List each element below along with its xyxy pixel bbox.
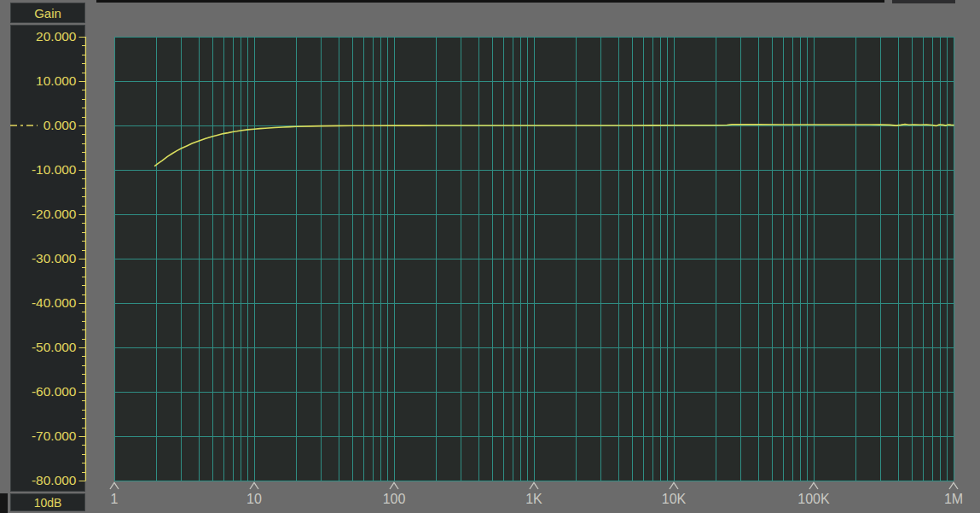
x-axis-label: 100 [383,492,406,506]
db-per-division-box[interactable]: 10dB [10,493,85,511]
y-axis-panel [10,25,85,492]
x-axis-label: 10 [246,492,262,506]
bottom-left-corner-block [0,493,8,513]
gain-panel-title: Gain [34,6,61,20]
x-tick-caret-icon [949,483,958,490]
x-axis-label: 1M [944,492,963,506]
gain-panel-header[interactable]: Gain [10,3,85,23]
gain-chart: 20.00010.0000.000-10.000-20.000-30.000-4… [0,0,980,513]
x-tick-caret-icon [390,483,398,490]
window-edge-bar-dark [96,0,884,3]
x-tick-caret-icon [250,483,258,490]
x-axis-label: 100K [797,492,830,506]
x-tick-caret-icon [670,483,678,490]
x-axis-label: 1K [525,492,542,506]
gain-trace [155,125,954,166]
x-axis: 1101001K10K100K1M [110,483,963,507]
x-tick-caret-icon [809,483,818,490]
x-axis-label: 10K [662,492,687,506]
x-tick-caret-icon [530,483,538,490]
x-tick-caret-icon [110,483,119,490]
grid-lines [114,37,954,481]
plot-area [114,37,954,481]
db-per-division-label: 10dB [34,496,62,510]
x-axis-label: 1 [111,492,119,506]
window-edge-bar-gray [892,0,955,3]
